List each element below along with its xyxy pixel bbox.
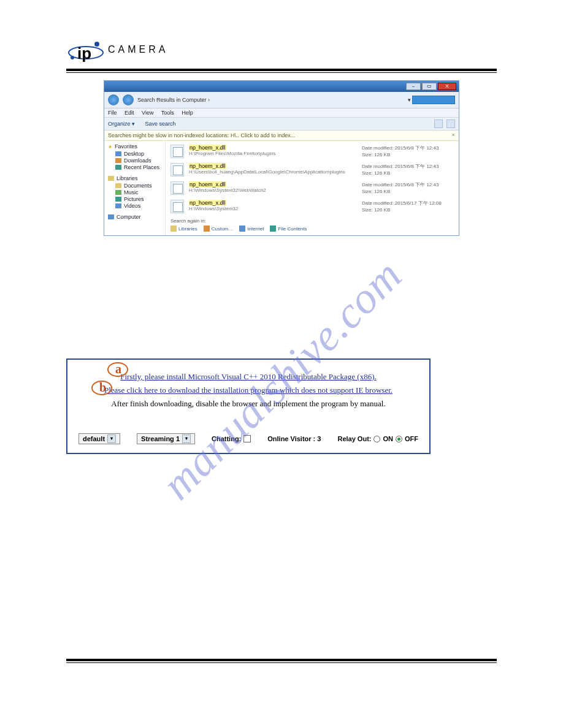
desktop-icon xyxy=(115,151,121,156)
window-maximize-button[interactable]: ▭ xyxy=(422,83,437,90)
result-row[interactable]: np_hoem_x.dll H:\Program Files\Mozilla F… xyxy=(170,145,454,158)
internet-icon xyxy=(239,226,245,232)
file-icon xyxy=(170,163,184,176)
nav-sidebar: ★Favorites Desktop Downloads Recent Plac… xyxy=(104,141,166,235)
header-rule-thick xyxy=(66,69,497,71)
result-row[interactable]: np_hoem_x.dll H:\Windows\System32 Date m… xyxy=(170,200,454,213)
pictures-icon xyxy=(115,197,121,202)
menu-file[interactable]: File xyxy=(108,110,117,116)
svg-text:ip: ip xyxy=(77,44,91,63)
relay-off-radio[interactable] xyxy=(396,436,402,442)
sa-libraries[interactable]: Libraries xyxy=(178,226,197,232)
sidebar-item-music[interactable]: Music xyxy=(124,189,139,195)
svg-point-2 xyxy=(71,56,74,59)
chatting-checkbox[interactable] xyxy=(243,435,251,442)
header-rule-thin xyxy=(66,72,497,73)
search-again-label: Search again in: xyxy=(170,218,454,224)
sa-filecontents[interactable]: File Contents xyxy=(278,226,307,232)
menu-edit[interactable]: Edit xyxy=(124,110,134,116)
liveview-controls: default ▾ Streaming 1 ▾ Chatting: Online… xyxy=(76,433,421,444)
stream-select[interactable]: Streaming 1 ▾ xyxy=(137,433,195,444)
result-modified: Date modified: 2015/6/8 下午 12:43 xyxy=(362,163,454,170)
menu-view[interactable]: View xyxy=(142,110,153,116)
window-close-button[interactable]: X xyxy=(438,83,456,90)
results-pane: np_hoem_x.dll H:\Program Files\Mozilla F… xyxy=(166,141,459,235)
computer-icon xyxy=(108,214,114,219)
annotation-a-icon: a xyxy=(109,363,130,379)
annotation-b-icon: b xyxy=(93,382,114,398)
relay-on-radio[interactable] xyxy=(373,436,380,442)
result-filename: np_hoem_x.dll xyxy=(189,181,226,188)
footer-rules xyxy=(66,659,497,663)
download-plugin-link[interactable]: Please click here to download the instal… xyxy=(76,385,421,395)
logo-camera-text: CAMERA xyxy=(108,44,168,55)
relay-off-text: OFF xyxy=(405,435,418,442)
header-logo-row: ip CAMERA xyxy=(66,34,497,65)
sa-custom[interactable]: Custom… xyxy=(212,226,234,232)
help-icon[interactable] xyxy=(446,119,455,128)
documents-icon xyxy=(115,183,121,188)
logo-ip-icon: ip xyxy=(66,34,105,65)
result-size: Size: 126 KB xyxy=(362,152,454,157)
sidebar-item-recent[interactable]: Recent Places xyxy=(124,164,159,170)
window-minimize-button[interactable]: – xyxy=(406,83,421,90)
svg-point-1 xyxy=(94,42,99,47)
result-path: H:\Windows\System32 xyxy=(189,206,357,211)
preset-select[interactable]: default ▾ xyxy=(79,433,120,444)
result-modified: Date modified: 2015/6/8 下午 12:43 xyxy=(362,145,454,151)
sidebar-favorites[interactable]: Favorites xyxy=(115,143,137,150)
info-close-icon[interactable]: × xyxy=(452,132,455,138)
relay-label: Relay Out: xyxy=(337,435,371,442)
result-size: Size: 126 KB xyxy=(362,170,454,176)
liveview-panel: a b Firstly, please install Microsoft Vi… xyxy=(66,358,431,454)
star-icon: ★ xyxy=(108,144,112,150)
result-size: Size: 126 KB xyxy=(362,207,454,213)
result-path: H:\Program Files\Mozilla Firefox\plugins xyxy=(189,151,357,156)
recent-icon xyxy=(115,165,121,170)
sidebar-item-documents[interactable]: Documents xyxy=(124,183,152,189)
info-text: Searches might be slow in non-indexed lo… xyxy=(108,132,295,138)
sidebar-computer[interactable]: Computer xyxy=(117,214,141,220)
menu-bar: File Edit View Tools Help xyxy=(104,108,459,118)
sidebar-item-downloads[interactable]: Downloads xyxy=(124,157,151,164)
result-modified: Date modified: 2015/6/17 下午 12:08 xyxy=(362,200,454,207)
result-path: H:\Windows\System32\WebWatch2 xyxy=(189,188,357,193)
videos-icon xyxy=(115,203,121,208)
sidebar-libraries[interactable]: Libraries xyxy=(117,175,138,181)
breadcrumb[interactable]: Search Results in Computer › xyxy=(137,97,210,103)
file-icon xyxy=(170,200,184,213)
sidebar-item-videos[interactable]: Videos xyxy=(124,203,140,209)
search-again: Search again in: Libraries Custom… Inter… xyxy=(170,218,454,232)
nav-forward-icon[interactable] xyxy=(123,94,134,105)
search-input[interactable] xyxy=(412,96,455,104)
result-size: Size: 126 KB xyxy=(362,189,454,194)
result-row[interactable]: np_hoem_x.dll H:\Windows\System32\WebWat… xyxy=(170,181,454,195)
result-filename: np_hoem_x.dll xyxy=(189,200,226,206)
file-icon xyxy=(170,181,184,195)
result-modified: Date modified: 2015/6/8 下午 12:43 xyxy=(362,181,454,188)
result-path: H:\Users\boll_huang\AppData\Local\Google… xyxy=(189,169,357,175)
sidebar-item-desktop[interactable]: Desktop xyxy=(124,151,144,157)
chatting-label: Chatting: xyxy=(212,435,241,442)
save-search-button[interactable]: Save search xyxy=(145,121,176,127)
file-contents-icon xyxy=(270,226,276,232)
nav-back-icon[interactable] xyxy=(108,94,119,105)
address-bar: Search Results in Computer › ▾ xyxy=(104,92,459,108)
menu-tools[interactable]: Tools xyxy=(161,110,174,116)
online-visitor-label: Online Visitor : 3 xyxy=(267,435,321,442)
relay-on-text: ON xyxy=(383,435,393,442)
menu-help[interactable]: Help xyxy=(182,110,193,116)
stream-value: Streaming 1 xyxy=(141,435,180,442)
result-row[interactable]: np_hoem_x.dll H:\Users\boll_huang\AppDat… xyxy=(170,163,454,176)
custom-icon xyxy=(204,226,210,232)
sidebar-item-pictures[interactable]: Pictures xyxy=(124,196,144,202)
command-bar: Organize ▾ Save search xyxy=(104,118,459,131)
after-download-note: After finish downloading, disable the br… xyxy=(76,399,421,409)
organize-button[interactable]: Organize ▾ xyxy=(108,121,135,127)
view-options-icon[interactable] xyxy=(434,119,443,128)
index-info-bar[interactable]: Searches might be slow in non-indexed lo… xyxy=(104,131,459,141)
sa-internet[interactable]: Internet xyxy=(247,226,264,232)
preset-value: default xyxy=(83,435,105,442)
library-icon xyxy=(108,176,114,181)
chevron-down-icon: ▾ xyxy=(107,434,116,443)
